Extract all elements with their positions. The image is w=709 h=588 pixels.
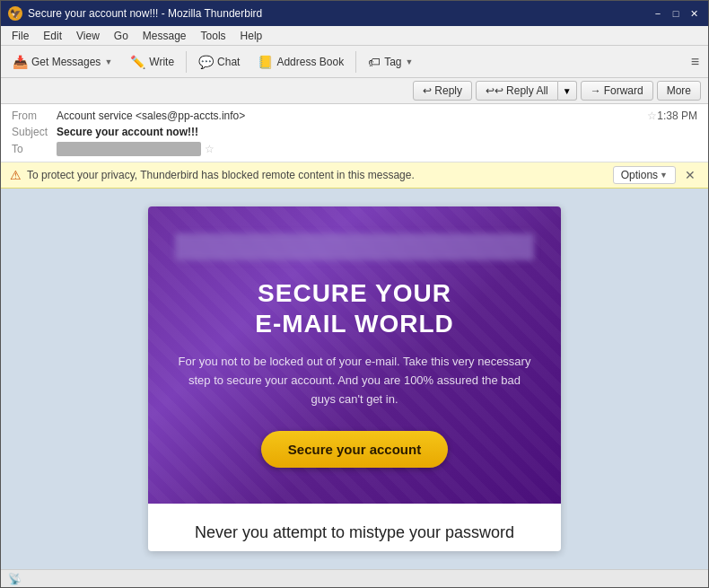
chat-button[interactable]: 💬 Chat	[190, 51, 248, 73]
reply-all-group: ↩↩ Reply All ▼	[476, 81, 577, 101]
menu-go[interactable]: Go	[107, 28, 136, 44]
menu-bar: File Edit View Go Message Tools Help	[1, 26, 708, 46]
get-messages-label: Get Messages	[31, 56, 101, 68]
action-bar: ↩ Reply ↩↩ Reply All ▼ → Forward More	[1, 78, 708, 104]
reply-all-label: Reply All	[506, 84, 548, 97]
email-body: SCAM KAROL.R@PRISON.COM SECURE YOUR E-MA…	[1, 189, 708, 569]
more-label: More	[667, 84, 691, 97]
card-headline-line1: SECURE YOUR E-MAIL WORLD	[175, 278, 534, 338]
card-body-text: Never you attempt to mistype your passwo…	[148, 504, 561, 551]
menu-view[interactable]: View	[69, 28, 107, 44]
from-value: Account service <sales@pp-accts.info>	[57, 110, 643, 122]
email-time: 1:38 PM	[657, 110, 697, 122]
forward-label: Forward	[604, 84, 643, 97]
forward-button[interactable]: → Forward	[581, 81, 653, 101]
email-card: KAROL.R@PRISON.COM SECURE YOUR E-MAIL WO…	[148, 206, 561, 551]
to-label: To	[12, 143, 57, 155]
get-messages-icon: 📥	[13, 55, 28, 69]
to-value: ██████████████████	[57, 142, 201, 156]
window-title: Secure your account now!!! - Mozilla Thu…	[28, 7, 262, 20]
reply-all-button[interactable]: ↩↩ Reply All	[476, 81, 558, 101]
close-privacy-button[interactable]: ✕	[681, 168, 699, 182]
write-button[interactable]: ✏️ Write	[122, 51, 182, 73]
subject-label: Subject	[12, 126, 57, 138]
write-label: Write	[149, 56, 174, 68]
hamburger-menu-button[interactable]: ≡	[686, 51, 705, 73]
options-label: Options	[621, 169, 658, 181]
privacy-text: To protect your privacy, Thunderbird has…	[27, 169, 608, 181]
reply-all-icon: ↩↩	[486, 84, 503, 97]
minimize-button[interactable]: −	[651, 6, 665, 21]
to-row: To ██████████████████ ☆	[12, 140, 697, 158]
from-label: From	[12, 110, 57, 122]
reply-button[interactable]: ↩ Reply	[413, 81, 472, 101]
toolbar: 📥 Get Messages ▼ ✏️ Write 💬 Chat 📒 Addre…	[1, 46, 708, 78]
address-book-label: Address Book	[276, 56, 344, 68]
email-banner: KAROL.R@PRISON.COM	[175, 233, 534, 260]
menu-edit[interactable]: Edit	[36, 28, 69, 44]
email-header: From Account service <sales@pp-accts.inf…	[1, 104, 708, 162]
tag-button[interactable]: 🏷 Tag ▼	[360, 51, 421, 73]
toolbar-separator-1	[186, 51, 187, 73]
toolbar-right: ≡	[686, 51, 705, 73]
get-messages-button[interactable]: 📥 Get Messages ▼	[4, 51, 120, 73]
address-book-button[interactable]: 📒 Address Book	[249, 51, 352, 73]
from-star-icon[interactable]: ☆	[647, 110, 657, 122]
privacy-warning-icon: ⚠	[10, 168, 22, 182]
to-star-icon[interactable]: ☆	[205, 143, 214, 155]
status-bar: 📡	[1, 569, 708, 587]
reply-icon: ↩	[423, 84, 432, 97]
reply-label: Reply	[434, 84, 462, 97]
reply-all-dropdown-icon: ▼	[563, 86, 572, 96]
status-icon: 📡	[8, 573, 22, 585]
tag-dropdown-icon: ▼	[406, 57, 414, 66]
from-row: From Account service <sales@pp-accts.inf…	[12, 108, 697, 124]
subject-value: Secure your account now!!!	[57, 126, 697, 138]
subject-row: Subject Secure your account now!!!	[12, 124, 697, 140]
menu-file[interactable]: File	[4, 28, 36, 44]
close-button[interactable]: ✕	[687, 6, 701, 21]
options-button[interactable]: Options ▼	[613, 166, 676, 184]
tag-icon: 🏷	[368, 55, 381, 69]
title-bar: 🦅 Secure your account now!!! - Mozilla T…	[1, 1, 708, 26]
secure-account-button[interactable]: Secure your account	[261, 431, 448, 468]
app-icon: 🦅	[8, 6, 22, 21]
below-card-text-line1: Never you attempt to mistype your passwo…	[184, 522, 525, 544]
card-header-purple: KAROL.R@PRISON.COM SECURE YOUR E-MAIL WO…	[148, 206, 561, 504]
chat-icon: 💬	[198, 55, 214, 69]
get-messages-dropdown-icon: ▼	[104, 57, 112, 66]
tag-label: Tag	[384, 56, 401, 68]
write-icon: ✏️	[130, 55, 145, 69]
options-dropdown-icon: ▼	[660, 171, 668, 180]
menu-help[interactable]: Help	[233, 28, 270, 44]
address-book-icon: 📒	[258, 55, 273, 69]
below-card-text-line2: with the above button "Secure your accou…	[184, 549, 525, 551]
maximize-button[interactable]: □	[669, 6, 683, 21]
chat-label: Chat	[217, 56, 240, 68]
card-subtext: For you not to be locked out of your e-m…	[175, 353, 534, 408]
menu-tools[interactable]: Tools	[194, 28, 233, 44]
more-button[interactable]: More	[657, 81, 701, 101]
forward-icon: →	[591, 84, 601, 97]
reply-all-dropdown-button[interactable]: ▼	[558, 81, 577, 101]
menu-message[interactable]: Message	[136, 28, 194, 44]
privacy-bar: ⚠ To protect your privacy, Thunderbird h…	[1, 162, 708, 189]
toolbar-separator-2	[355, 51, 356, 73]
